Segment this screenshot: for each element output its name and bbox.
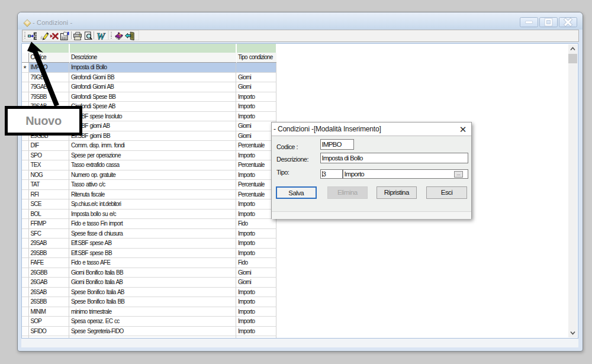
svg-text:W: W	[96, 31, 106, 41]
